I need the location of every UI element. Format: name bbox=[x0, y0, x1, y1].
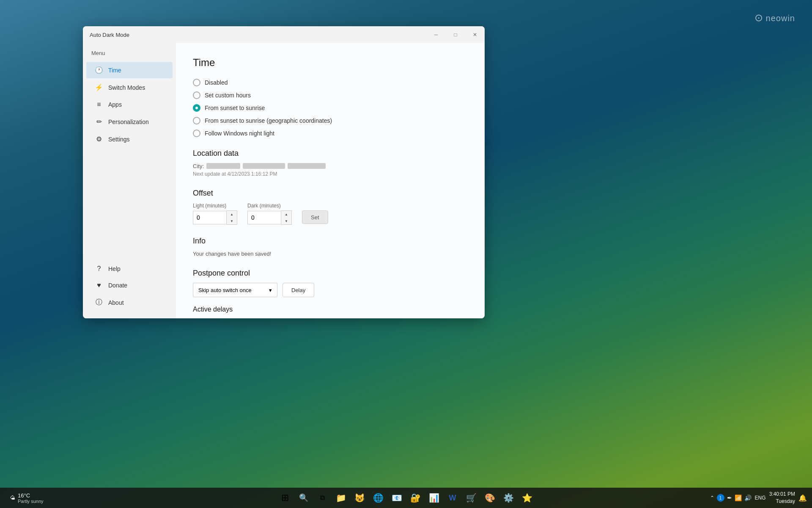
starlight-icon[interactable]: ⭐ bbox=[518, 489, 535, 506]
dark-minutes-input[interactable] bbox=[247, 211, 281, 224]
window-controls: ─ □ ✕ bbox=[426, 28, 485, 41]
tray-chevron[interactable]: ⌃ bbox=[710, 495, 714, 501]
explorer-icon[interactable]: 📁 bbox=[332, 489, 349, 506]
light-decrement-button[interactable]: ▼ bbox=[227, 218, 237, 224]
sidebar: Menu 🕐 Time ⚡ Switch Modes ≡ Apps ✏ Pers… bbox=[83, 43, 176, 318]
sidebar-item-about-label: About bbox=[108, 299, 124, 306]
postpone-row: Skip auto switch once ▾ Delay bbox=[193, 283, 468, 297]
sidebar-item-time-label: Time bbox=[108, 67, 121, 74]
taskbar-clock[interactable]: 3:40:01 PM Tuesday bbox=[769, 491, 795, 505]
start-button[interactable]: ⊞ bbox=[277, 489, 294, 506]
maximize-button[interactable]: □ bbox=[446, 28, 465, 41]
taskbar-weather[interactable]: 🌤 16°C Partly sunny bbox=[5, 492, 49, 504]
word-icon[interactable]: W bbox=[444, 489, 461, 506]
info-section: Info Your changes have been saved! bbox=[193, 237, 468, 257]
taskbar-right: ⌃ 1 ✒ 📶 🔊 ENG 3:40:01 PM Tuesday 🔔 bbox=[710, 491, 807, 505]
excel-icon[interactable]: 📊 bbox=[425, 489, 442, 506]
dark-decrement-button[interactable]: ▼ bbox=[281, 218, 291, 224]
set-offset-button[interactable]: Set bbox=[302, 210, 328, 224]
heart-icon: ♥ bbox=[95, 282, 103, 289]
time-mode-radio-group: Disabled Set custom hours From sunset to… bbox=[193, 79, 468, 137]
light-spinner: ▲ ▼ bbox=[193, 210, 237, 225]
keepass-icon[interactable]: 🔐 bbox=[407, 489, 424, 506]
offset-inputs-row: Light (minutes) ▲ ▼ Dark (minutes) bbox=[193, 203, 468, 225]
postpone-dropdown[interactable]: Skip auto switch once ▾ bbox=[193, 283, 277, 297]
network-icon[interactable]: 📶 bbox=[735, 494, 742, 501]
dark-offset-label: Dark (minutes) bbox=[247, 203, 292, 209]
pen-icon[interactable]: ✒ bbox=[727, 494, 732, 501]
clock-time: 3:40:01 PM bbox=[769, 491, 795, 498]
speaker-icon[interactable]: 🔊 bbox=[744, 494, 752, 501]
taskbar-left: 🌤 16°C Partly sunny bbox=[0, 492, 49, 504]
language-indicator[interactable]: ENG bbox=[755, 495, 766, 501]
radio-custom-hours-label: Set custom hours bbox=[205, 92, 251, 99]
radio-disabled-circle bbox=[193, 79, 200, 86]
app-window: Auto Dark Mode ─ □ ✕ Menu 🕐 Time ⚡ Switc… bbox=[83, 26, 485, 318]
settings-gear-icon: ⚙ bbox=[95, 135, 103, 143]
sidebar-bottom: ? Help ♥ Donate ⓘ About bbox=[83, 260, 176, 315]
notifications-button[interactable]: 🔔 bbox=[798, 494, 807, 502]
cortana-icon[interactable]: 😺 bbox=[351, 489, 368, 506]
store-icon[interactable]: 🛒 bbox=[463, 489, 480, 506]
sidebar-item-donate-label: Donate bbox=[108, 282, 127, 289]
sidebar-item-donate[interactable]: ♥ Donate bbox=[86, 277, 173, 293]
dark-offset-group: Dark (minutes) ▲ ▼ bbox=[247, 203, 292, 225]
personalization-icon: ✏ bbox=[95, 118, 103, 126]
sidebar-item-settings[interactable]: ⚙ Settings bbox=[86, 131, 173, 147]
radio-geo-coords-circle bbox=[193, 117, 200, 124]
autodark-icon[interactable]: ⚙️ bbox=[500, 489, 517, 506]
radio-disabled[interactable]: Disabled bbox=[193, 79, 468, 86]
paint-icon[interactable]: 🎨 bbox=[481, 489, 498, 506]
dark-spinner-buttons: ▲ ▼ bbox=[281, 210, 292, 225]
lightning-icon: ⚡ bbox=[95, 83, 103, 91]
light-increment-button[interactable]: ▲ bbox=[227, 211, 237, 218]
postpone-title: Postpone control bbox=[193, 269, 468, 278]
clock-icon: 🕐 bbox=[95, 66, 103, 74]
apps-icon: ≡ bbox=[95, 101, 103, 108]
chevron-down-icon: ▾ bbox=[269, 287, 272, 293]
city-row: City: bbox=[193, 163, 468, 169]
info-message: Your changes have been saved! bbox=[193, 251, 468, 257]
minimize-button[interactable]: ─ bbox=[426, 28, 446, 41]
clock-date: Tuesday bbox=[769, 498, 795, 505]
light-offset-label: Light (minutes) bbox=[193, 203, 237, 209]
offset-section: Offset Light (minutes) ▲ ▼ Dark bbox=[193, 189, 468, 225]
city-value-blurred bbox=[206, 163, 240, 169]
window-title: Auto Dark Mode bbox=[90, 32, 426, 38]
sidebar-item-about[interactable]: ⓘ About bbox=[86, 294, 173, 311]
dark-increment-button[interactable]: ▲ bbox=[281, 211, 291, 218]
sidebar-item-help-label: Help bbox=[108, 265, 121, 272]
radio-sunset-sunrise-label: From sunset to sunrise bbox=[205, 105, 265, 111]
light-minutes-input[interactable] bbox=[193, 211, 227, 224]
sidebar-item-time[interactable]: 🕐 Time bbox=[86, 62, 173, 78]
sidebar-item-help[interactable]: ? Help bbox=[86, 261, 173, 277]
radio-night-light-label: Follow Windows night light bbox=[205, 130, 274, 137]
radio-disabled-label: Disabled bbox=[205, 79, 228, 86]
taskview-button[interactable]: ⧉ bbox=[314, 489, 331, 506]
sidebar-item-switch-modes-label: Switch Modes bbox=[108, 84, 145, 91]
sidebar-item-personalization[interactable]: ✏ Personalization bbox=[86, 113, 173, 130]
search-button[interactable]: 🔍 bbox=[295, 489, 312, 506]
info-title: Info bbox=[193, 237, 468, 246]
tray-badge: 1 bbox=[717, 494, 724, 502]
sidebar-item-apps-label: Apps bbox=[108, 101, 122, 108]
system-tray: ⌃ 1 ✒ 📶 🔊 bbox=[710, 494, 752, 502]
city-label: City: bbox=[193, 163, 204, 169]
radio-night-light[interactable]: Follow Windows night light bbox=[193, 130, 468, 137]
sidebar-item-switch-modes[interactable]: ⚡ Switch Modes bbox=[86, 79, 173, 96]
radio-geo-coords[interactable]: From sunset to sunrise (geographic coord… bbox=[193, 117, 468, 124]
close-button[interactable]: ✕ bbox=[465, 28, 485, 41]
radio-night-light-circle bbox=[193, 130, 200, 137]
radio-custom-hours[interactable]: Set custom hours bbox=[193, 91, 468, 99]
radio-geo-coords-label: From sunset to sunrise (geographic coord… bbox=[205, 117, 332, 124]
mail-icon[interactable]: 📧 bbox=[388, 489, 405, 506]
active-delays-title: Active delays bbox=[193, 306, 468, 313]
sidebar-item-apps[interactable]: ≡ Apps bbox=[86, 97, 173, 113]
delay-button[interactable]: Delay bbox=[283, 283, 314, 297]
light-spinner-buttons: ▲ ▼ bbox=[227, 210, 237, 225]
edge-icon[interactable]: 🌐 bbox=[370, 489, 387, 506]
neowin-logo: ⊙ neowin bbox=[754, 12, 795, 24]
radio-sunset-sunrise[interactable]: From sunset to sunrise bbox=[193, 104, 468, 112]
weather-info: 16°C Partly sunny bbox=[18, 492, 44, 504]
postpone-control-section: Postpone control Skip auto switch once ▾… bbox=[193, 269, 468, 297]
